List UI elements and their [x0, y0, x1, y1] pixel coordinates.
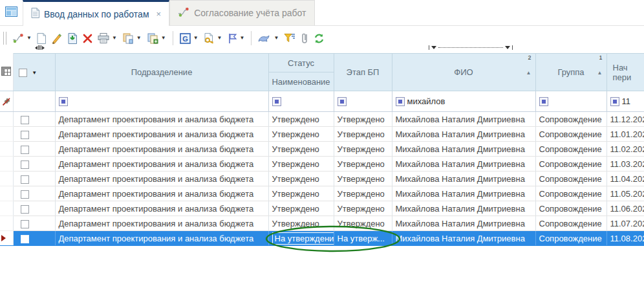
row-indicator-cell: [0, 127, 13, 142]
table-row[interactable]: Департамент проектирования и анализа бюд…: [0, 201, 644, 216]
cell-status: Утверждено: [268, 157, 334, 172]
row-checkbox-cell[interactable]: [13, 142, 55, 157]
cell-dept: Департамент проектирования и анализа бюд…: [55, 172, 268, 186]
row-checkbox[interactable]: [21, 175, 29, 184]
close-icon[interactable]: ×: [156, 9, 162, 19]
table-row[interactable]: Департамент проектирования и анализа бюд…: [0, 127, 644, 142]
cell-dept: Департамент проектирования и анализа бюд…: [55, 201, 268, 216]
row-checkbox-cell[interactable]: [13, 172, 55, 186]
row-checkbox[interactable]: [21, 235, 29, 243]
tab-data-entry[interactable]: Ввод данных по работам ×: [23, 0, 169, 26]
column-header-stage[interactable]: Этап БП: [334, 54, 392, 91]
column-header-period[interactable]: Нач пери: [606, 54, 644, 91]
row-checkbox-cell[interactable]: [13, 157, 55, 172]
column-header-status[interactable]: Статус: [268, 54, 334, 72]
column-label: пери: [613, 72, 644, 82]
splitter-widget[interactable]: [35, 45, 45, 50]
printer-icon: [98, 33, 109, 43]
row-checkbox[interactable]: [21, 131, 29, 139]
filter-condition-icon[interactable]: [539, 97, 548, 106]
chevron-down-icon: ▼: [193, 36, 199, 41]
filter-cell-period[interactable]: 11: [606, 91, 644, 112]
filter-cell-group[interactable]: [535, 91, 606, 112]
edit-button[interactable]: [49, 32, 64, 45]
toolbar-grip[interactable]: [3, 32, 6, 45]
column-header-dept[interactable]: Подразделение: [55, 54, 268, 91]
row-checkbox-cell[interactable]: [13, 201, 55, 216]
cell-group: Сопровождение: [535, 201, 606, 216]
print-button[interactable]: ▼: [96, 32, 119, 45]
tab-approval[interactable]: Согласование учёта работ: [169, 0, 314, 26]
grouping-button[interactable]: G ▼: [178, 32, 200, 45]
table-row[interactable]: Департамент проектирования и анализа бюд…: [0, 186, 644, 201]
filter-condition-icon[interactable]: [59, 97, 68, 106]
row-checkbox-cell[interactable]: [13, 216, 55, 231]
filter-cell-status[interactable]: [268, 91, 334, 112]
table-row[interactable]: Департамент проектирования и анализа бюд…: [0, 172, 644, 186]
filter-input-fio[interactable]: михайлов: [407, 97, 445, 107]
table-row[interactable]: Департамент проектирования и анализа бюд…: [0, 157, 644, 172]
bookmark-button[interactable]: ▼: [226, 32, 247, 45]
row-checkbox[interactable]: [21, 205, 29, 214]
cell-stage: Утверждено: [334, 186, 392, 201]
row-checkbox[interactable]: [21, 161, 29, 169]
filter-condition-icon[interactable]: [338, 97, 347, 106]
sort-asc-icon[interactable]: ▲: [526, 69, 531, 75]
toolbar: ▼ ▼: [0, 26, 644, 53]
sort-order-badge: 2: [528, 54, 531, 61]
select-all-header[interactable]: ▼: [13, 54, 55, 91]
refresh-button[interactable]: [312, 32, 327, 45]
pin-disabled-icon[interactable]: [2, 97, 11, 106]
filter-pin-cell[interactable]: [0, 91, 13, 112]
filter-condition-icon[interactable]: [396, 97, 405, 106]
new-record-button[interactable]: [35, 32, 48, 45]
cell-fio: Михайлова Наталия Дмитриевна: [392, 216, 535, 231]
row-checkbox-cell[interactable]: [13, 186, 55, 201]
column-label: Группа: [557, 67, 584, 77]
row-indicator-cell: [0, 216, 13, 231]
tab-list-button[interactable]: [0, 0, 23, 26]
access-button[interactable]: ▼: [202, 32, 224, 45]
status-cell-editor[interactable]: На утверждение: [272, 232, 334, 245]
column-header-status-name[interactable]: Наименование: [268, 72, 334, 91]
row-checkbox[interactable]: [21, 190, 29, 199]
grid-corner-button[interactable]: [0, 54, 13, 91]
tab-label: Ввод данных по работам: [44, 9, 149, 19]
process-icon: [12, 33, 24, 44]
chevron-down-icon: ▼: [161, 36, 166, 41]
copy-button[interactable]: ▼: [120, 32, 144, 45]
row-checkbox-cell[interactable]: [13, 112, 55, 127]
row-checkbox-cell[interactable]: [13, 231, 55, 246]
delete-button[interactable]: [81, 32, 94, 45]
filter-condition-icon[interactable]: [272, 97, 281, 106]
quick-run-button[interactable]: ▼: [256, 32, 281, 45]
row-checkbox[interactable]: [21, 116, 29, 124]
key-document-icon: [204, 33, 215, 44]
row-checkbox[interactable]: [21, 146, 29, 154]
band-collapse-widget[interactable]: [429, 44, 513, 50]
import-button[interactable]: [65, 32, 80, 45]
row-checkbox[interactable]: [21, 220, 29, 228]
column-header-group[interactable]: Группа 1 ▲: [535, 54, 606, 91]
table-row[interactable]: Департамент проектирования и анализа бюд…: [0, 142, 644, 157]
filter-cell-dept[interactable]: [55, 91, 268, 112]
column-header-fio[interactable]: ФИО 2 ▲: [392, 54, 535, 91]
select-all-checkbox[interactable]: [19, 69, 27, 77]
table-row[interactable]: Департамент проектирования и анализа бюд…: [0, 216, 644, 231]
filter-input-period[interactable]: 11: [622, 97, 631, 107]
table-row[interactable]: Департамент проектирования и анализа бюд…: [0, 112, 644, 127]
filter-condition-icon[interactable]: [610, 97, 619, 106]
filter-button[interactable]: [282, 31, 297, 45]
paste-button[interactable]: ▼: [145, 32, 168, 45]
chevron-down-icon[interactable]: ▼: [32, 70, 37, 76]
filter-cell-stage[interactable]: [334, 91, 392, 112]
sort-asc-icon[interactable]: ▲: [597, 69, 603, 75]
cell-stage: Утверждено: [334, 216, 392, 231]
filter-cell-checkbox[interactable]: [13, 91, 55, 112]
table-row[interactable]: Департамент проектирования и анализа бюд…: [0, 231, 644, 246]
cell-period-start: 11.02.202: [606, 142, 644, 157]
filter-cell-fio[interactable]: михайлов: [392, 91, 535, 112]
row-checkbox-cell[interactable]: [13, 127, 55, 142]
attachment-button[interactable]: [299, 31, 310, 45]
process-button[interactable]: ▼: [10, 32, 34, 45]
